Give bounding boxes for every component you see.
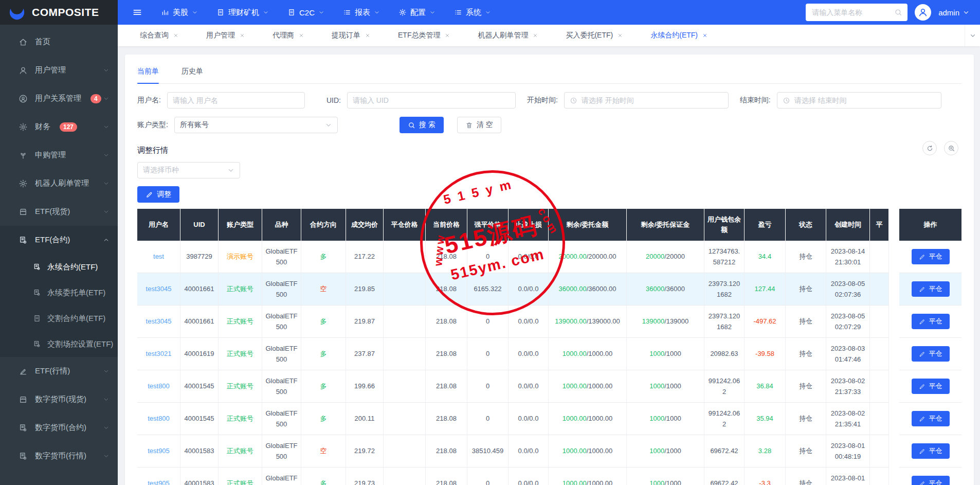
user-menu[interactable]: admin — [938, 8, 970, 17]
tab-用户管理[interactable]: 用户管理 — [192, 25, 259, 46]
username-link[interactable]: test800 — [148, 413, 170, 424]
cell-close-price — [384, 468, 426, 485]
order-tab-当前单[interactable]: 当前单 — [137, 67, 159, 83]
username-link[interactable]: test905 — [148, 478, 170, 485]
username-label: 用户名: — [137, 96, 161, 105]
tabs-dropdown-button[interactable] — [965, 25, 980, 46]
close-icon[interactable] — [533, 33, 538, 38]
menu-search[interactable] — [806, 4, 908, 21]
sidebar-item-机器人刷单管理[interactable]: 机器人刷单管理 — [0, 169, 118, 197]
sidebar-item-ETF(合约)[interactable]: ETF(合约) — [0, 226, 118, 254]
sidebar-item-ETF(现货)[interactable]: ETF(现货) — [0, 197, 118, 226]
sidebar-item-交割合约单(ETF)[interactable]: 交割合约单(ETF) — [0, 306, 118, 331]
tab-机器人刷单管理[interactable]: 机器人刷单管理 — [464, 25, 552, 46]
sidebar-item-数字货币(行情)[interactable]: 数字货币(行情) — [0, 442, 118, 470]
cell-remaining-margin: 1000/1000 — [627, 403, 704, 435]
search-button[interactable]: 搜 索 — [400, 117, 444, 133]
gear-icon — [398, 8, 407, 16]
open-tabs-bar: 综合查询用户管理代理商提现订单ETF总类管理机器人刷单管理买入委托(ETF)永续… — [118, 25, 980, 46]
close-position-button[interactable]: 平仓 — [912, 476, 950, 485]
tab-ETF总类管理[interactable]: ETF总类管理 — [384, 25, 464, 46]
sidebar-item-ETF(行情)[interactable]: ETF(行情) — [0, 357, 118, 385]
cell-actions: 平仓 — [899, 468, 961, 485]
list-icon — [343, 8, 351, 16]
cell-liquidation-price: 0 — [467, 403, 509, 435]
top-menu-item-5[interactable]: 配置 — [398, 8, 435, 17]
account-type-select[interactable]: 所有账号 — [174, 117, 338, 133]
top-menu-item-4[interactable]: 报表 — [343, 8, 380, 17]
table-row: test90540001583正式账号GlobalETF 500多219.732… — [137, 468, 961, 485]
tab-代理商[interactable]: 代理商 — [259, 25, 318, 46]
close-icon[interactable] — [618, 33, 623, 38]
end-time-input[interactable] — [794, 96, 936, 104]
column-header-剩余/委托保证金: 剩余/委托保证金 — [627, 209, 704, 241]
tab-永续合约(ETF)[interactable]: 永续合约(ETF) — [637, 25, 721, 46]
start-time-input[interactable] — [582, 96, 723, 104]
clear-button[interactable]: 清 空 — [457, 117, 501, 133]
close-icon[interactable] — [702, 33, 707, 38]
uid-group: UID: — [326, 92, 516, 109]
sidebar-item-财务[interactable]: 财务127 — [0, 113, 118, 141]
search-icon — [894, 8, 902, 16]
close-position-button[interactable]: 平仓 — [912, 314, 950, 329]
adjust-button[interactable]: 调整 — [137, 186, 179, 203]
close-icon[interactable] — [445, 33, 450, 38]
top-menu-item-3[interactable]: C2C — [287, 8, 324, 17]
tab-提现订单[interactable]: 提现订单 — [318, 25, 384, 46]
sidebar-item-交割场控设置(ETF)[interactable]: 交割场控设置(ETF) — [0, 331, 118, 357]
sidebar-item-申购管理[interactable]: 申购管理 — [0, 141, 118, 169]
pencil-icon — [919, 416, 925, 422]
username-link[interactable]: test — [153, 251, 164, 262]
sidebar-item-用户关系管理[interactable]: 用户关系管理4 — [0, 84, 118, 113]
tab-买入委托(ETF)[interactable]: 买入委托(ETF) — [552, 25, 637, 46]
zoom-button[interactable] — [944, 141, 958, 155]
cell-username: test3045 — [137, 273, 180, 306]
close-position-button[interactable]: 平仓 — [912, 346, 950, 362]
sidebar-item-首页[interactable]: 首页 — [0, 28, 118, 56]
close-position-button[interactable]: 平仓 — [912, 443, 950, 459]
sidebar-item-label: ETF(合约) — [35, 235, 70, 245]
username-link[interactable]: test905 — [148, 445, 170, 456]
sidebar-item-数字货币(合约)[interactable]: 数字货币(合约) — [0, 414, 118, 442]
cell-uid: 40001619 — [180, 338, 219, 370]
avatar[interactable] — [915, 4, 931, 21]
username-link[interactable]: test3045 — [146, 283, 172, 294]
close-position-button[interactable]: 平仓 — [912, 281, 950, 297]
sidebar-item-永续合约(ETF)[interactable]: 永续合约(ETF) — [0, 254, 118, 280]
close-position-button[interactable]: 平仓 — [912, 249, 950, 264]
username-link[interactable]: test800 — [148, 381, 170, 391]
close-icon[interactable] — [173, 33, 178, 38]
sprout-icon — [19, 151, 28, 160]
cell-account-type: 正式账号 — [219, 370, 262, 403]
close-icon[interactable] — [240, 33, 245, 38]
sidebar-item-用户管理[interactable]: 用户管理 — [0, 56, 118, 84]
menu-search-input[interactable] — [812, 8, 894, 16]
cell-tp-sl: 0.0/0.0 — [509, 435, 549, 468]
notification-badge: 127 — [60, 122, 77, 132]
tab-综合查询[interactable]: 综合查询 — [126, 25, 192, 46]
cell-created-time: 2023-08-01 00:48:19 — [826, 435, 870, 468]
cell-wallet-balance: 991242.062 — [704, 370, 745, 403]
cell-username: test3021 — [137, 338, 180, 370]
username-link[interactable]: test3045 — [146, 316, 172, 327]
table-row: test90540001583正式账号GlobalETF 500空219.722… — [137, 435, 961, 468]
close-position-button[interactable]: 平仓 — [912, 379, 950, 394]
close-icon[interactable] — [299, 33, 304, 38]
top-menu-item-6[interactable]: 系统 — [454, 8, 491, 17]
top-menu-item-1[interactable]: 美股 — [161, 8, 198, 17]
coin-select[interactable]: 请选择币种 — [137, 162, 240, 178]
sidebar-item-数字货币(现货)[interactable]: 数字货币(现货) — [0, 385, 118, 414]
close-position-button[interactable]: 平仓 — [912, 411, 950, 426]
username-link[interactable]: test3021 — [146, 348, 172, 359]
close-icon[interactable] — [365, 33, 370, 38]
username-input[interactable] — [173, 96, 299, 104]
chevron-down-icon — [103, 453, 110, 459]
cell-account-type: 正式账号 — [219, 435, 262, 468]
uid-input[interactable] — [353, 96, 510, 104]
sidebar-item-永续委托单(ETF)[interactable]: 永续委托单(ETF) — [0, 280, 118, 306]
hamburger-icon[interactable] — [132, 7, 142, 17]
order-tab-历史单[interactable]: 历史单 — [182, 67, 203, 83]
top-menu-item-2[interactable]: 理财矿机 — [216, 8, 269, 17]
start-time-label: 开始时间: — [527, 96, 558, 105]
refresh-button[interactable] — [922, 141, 937, 155]
